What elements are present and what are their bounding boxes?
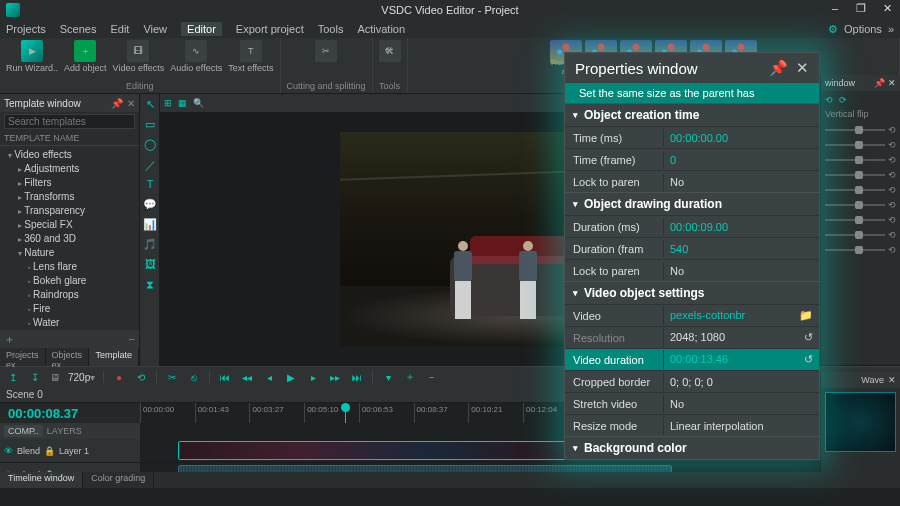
props-row[interactable]: Duration (ms)00:00:09.00 (565, 215, 819, 237)
layers-tab[interactable]: LAYERS (47, 426, 82, 436)
props-row[interactable]: Video duration00:00:13.46↺ (565, 348, 819, 370)
add-object-button[interactable]: ＋Add object (64, 40, 107, 73)
props-row[interactable]: Resize modeLinear interpolation (565, 414, 819, 436)
goto-start-icon[interactable]: ⏮ (218, 372, 232, 383)
minimize-button[interactable]: – (826, 2, 844, 15)
props-section-header[interactable]: Video object settings (565, 281, 819, 304)
play-icon[interactable]: ▶ (284, 372, 298, 383)
zoom-icon[interactable]: 🔍 (193, 98, 204, 108)
track-head[interactable]: 👁 Blend 🔒 Layer 1 (0, 439, 140, 462)
tree-item-bokeh-glare[interactable]: Bokeh glare (0, 274, 139, 288)
props-value[interactable]: 00:00:00.00 (663, 129, 819, 147)
pin-icon[interactable]: 📌 (111, 98, 123, 109)
props-row[interactable]: Duration (fram540 (565, 237, 819, 259)
props-section-header[interactable]: Object drawing duration (565, 192, 819, 215)
tree-item-fire[interactable]: Fire (0, 302, 139, 316)
props-value[interactable]: No (663, 262, 819, 280)
cut-tool-button[interactable]: ✂ (315, 40, 337, 62)
props-row[interactable]: Lock to parenNo (565, 170, 819, 192)
cut-icon[interactable]: ✂ (165, 372, 179, 383)
adjust-slider[interactable]: ⟲ (825, 139, 896, 151)
text-effects-button[interactable]: TText effects (228, 40, 273, 73)
template-tab[interactable]: Objects ex... (46, 348, 90, 366)
tooltip-tool-icon[interactable]: 💬 (142, 198, 158, 214)
props-section-header[interactable]: Background color (565, 436, 819, 459)
menu-activation[interactable]: Activation (357, 23, 405, 35)
props-value[interactable]: No (663, 395, 819, 413)
menu-editor[interactable]: Editor (181, 22, 222, 36)
tools-button[interactable]: 🛠 (379, 40, 401, 62)
browse-icon[interactable]: 📁 (799, 309, 813, 322)
line-tool-icon[interactable]: ／ (142, 158, 158, 174)
track-head[interactable]: 👁 Blend 🔒 Layer 3 (0, 463, 140, 472)
props-value[interactable]: 00:00:13.46↺ (663, 350, 819, 369)
run-wizard-button[interactable]: ▶Run Wizard.. (6, 40, 58, 73)
rec-icon[interactable]: ● (112, 372, 126, 383)
menu-edit[interactable]: Edit (110, 23, 129, 35)
timeline-tab[interactable]: Timeline window (0, 472, 83, 488)
template-tab[interactable]: Template ... (89, 348, 139, 366)
template-search-input[interactable] (4, 114, 135, 129)
menu-export-project[interactable]: Export project (236, 23, 304, 35)
tree-item-lens-flare[interactable]: Lens flare (0, 260, 139, 274)
menu-tools[interactable]: Tools (318, 23, 344, 35)
remove-template-icon[interactable]: − (129, 333, 135, 345)
chart-tool-icon[interactable]: 📊 (142, 218, 158, 234)
tree-item-transforms[interactable]: Transforms (0, 190, 139, 204)
timeline-tab[interactable]: Color grading (83, 472, 154, 488)
props-value[interactable]: Linear interpolation (663, 417, 819, 435)
tree-item-raindrops[interactable]: Raindrops (0, 288, 139, 302)
lock-icon[interactable]: 🔒 (44, 446, 55, 456)
next-frame-icon[interactable]: ▸ (306, 372, 320, 383)
tree-item-adjustments[interactable]: Adjustments (0, 162, 139, 176)
adjust-slider[interactable]: ⟲ (825, 214, 896, 226)
options-link[interactable]: Options (844, 23, 882, 36)
track-name[interactable]: Layer 1 (59, 446, 89, 456)
props-value[interactable]: 00:00:09.00 (663, 218, 819, 236)
prev-frame-icon[interactable]: ◂ (262, 372, 276, 383)
adjust-slider[interactable]: ⟲ (825, 229, 896, 241)
properties-close-icon[interactable]: ✕ (796, 59, 809, 77)
clip[interactable] (178, 465, 672, 472)
menu-scenes[interactable]: Scenes (60, 23, 97, 35)
properties-pin-icon[interactable]: 📌 (769, 59, 788, 77)
adjust-slider[interactable]: ⟲ (825, 244, 896, 256)
panel-close-icon[interactable]: ✕ (127, 98, 135, 109)
props-value[interactable]: pexels-cottonbr📁 (663, 306, 819, 325)
playhead[interactable] (345, 403, 346, 423)
props-row[interactable]: Time (frame)0 (565, 148, 819, 170)
tree-item-nature[interactable]: Nature (0, 246, 139, 260)
adjust-slider[interactable]: ⟲ (825, 199, 896, 211)
visibility-icon[interactable]: 👁 (4, 446, 13, 456)
props-row[interactable]: Time (ms)00:00:00.00 (565, 126, 819, 148)
blend-mode[interactable]: Blend (17, 446, 40, 456)
settings-gear-icon[interactable]: ⚙ (828, 23, 838, 36)
props-value[interactable]: 540 (663, 240, 819, 258)
tree-item-special-fx[interactable]: Special FX (0, 218, 139, 232)
properties-tip[interactable]: Set the same size as the parent has (565, 83, 819, 103)
props-row[interactable]: Stretch videoNo (565, 392, 819, 414)
layer-up-icon[interactable]: ↥ (6, 372, 20, 383)
tree-item-transparency[interactable]: Transparency (0, 204, 139, 218)
props-value[interactable]: 0 (663, 151, 819, 169)
zoom-out-icon[interactable]: − (425, 372, 439, 383)
split-icon[interactable]: ⎋ (187, 372, 201, 383)
rect-tool-icon[interactable]: ▭ (142, 118, 158, 134)
chevron-down-icon[interactable]: ▾ (381, 372, 395, 383)
maximize-button[interactable]: ❐ (852, 2, 870, 15)
cursor-tool-icon[interactable]: ↖ (142, 98, 158, 114)
props-row[interactable]: Cropped border0; 0; 0; 0 (565, 370, 819, 392)
props-value[interactable]: No (663, 173, 819, 191)
tree-item-360-and-3d[interactable]: 360 and 3D (0, 232, 139, 246)
grid-icon[interactable]: ▦ (178, 98, 187, 108)
vertical-flip-label[interactable]: Vertical flip (821, 109, 900, 119)
audio-effects-button[interactable]: ∿Audio effects (170, 40, 222, 73)
close-button[interactable]: ✕ (878, 2, 896, 15)
props-value[interactable]: 2048; 1080↺ (663, 328, 819, 347)
step-back-icon[interactable]: ◂◂ (240, 372, 254, 383)
comp-tab[interactable]: COMP.. (4, 425, 43, 437)
props-value[interactable]: 0; 0; 0; 0 (663, 373, 819, 391)
track-lane[interactable] (140, 463, 900, 472)
props-row[interactable]: Lock to parenNo (565, 259, 819, 281)
rotate-left-icon[interactable]: ⟲ (825, 95, 833, 105)
